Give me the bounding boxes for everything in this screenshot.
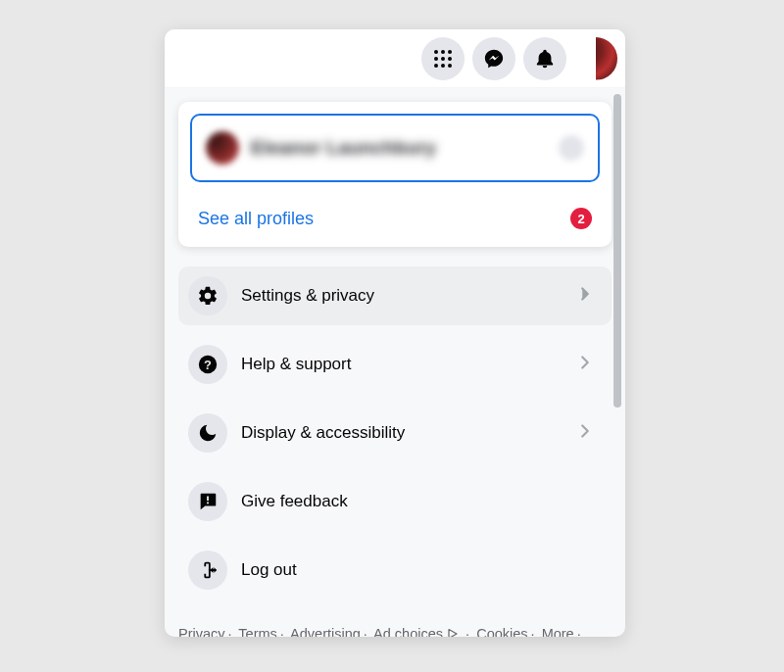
chevron-right-icon bbox=[574, 283, 596, 309]
chevron-right-icon bbox=[574, 352, 596, 377]
svg-point-0 bbox=[434, 50, 438, 54]
menu-help-support[interactable]: ? Help & support bbox=[178, 335, 612, 394]
feedback-icon bbox=[188, 482, 227, 521]
svg-rect-11 bbox=[207, 497, 209, 502]
menu-label: Settings & privacy bbox=[241, 286, 374, 306]
ad-choices-icon bbox=[447, 624, 459, 637]
svg-point-3 bbox=[434, 57, 438, 61]
footer-links: Privacy· Terms· Advertising· Ad choices … bbox=[165, 615, 625, 637]
svg-point-2 bbox=[448, 50, 452, 54]
gear-icon bbox=[188, 276, 227, 315]
footer-more[interactable]: More bbox=[542, 626, 574, 637]
svg-point-1 bbox=[441, 50, 445, 54]
menu-label: Display & accessibility bbox=[241, 423, 405, 443]
see-all-profiles-button[interactable]: See all profiles 2 bbox=[178, 194, 612, 247]
top-header bbox=[165, 29, 625, 88]
menu-label: Give feedback bbox=[241, 492, 348, 511]
svg-point-4 bbox=[441, 57, 445, 61]
chevron-right-icon bbox=[574, 420, 596, 446]
menu-list: Settings & privacy ? Help & support bbox=[178, 266, 612, 605]
menu-settings-privacy[interactable]: Settings & privacy bbox=[178, 266, 612, 325]
footer-privacy[interactable]: Privacy bbox=[178, 626, 225, 637]
logout-icon bbox=[188, 551, 227, 590]
profile-avatar bbox=[206, 131, 239, 165]
account-avatar[interactable] bbox=[574, 37, 617, 80]
moon-icon bbox=[188, 413, 227, 453]
svg-rect-12 bbox=[207, 502, 209, 504]
current-profile-row[interactable]: Eleanor Launchbury bbox=[190, 114, 600, 182]
svg-text:?: ? bbox=[204, 358, 212, 372]
footer-advertising[interactable]: Advertising bbox=[290, 626, 361, 637]
scrollbar[interactable] bbox=[613, 94, 621, 408]
svg-point-8 bbox=[448, 64, 452, 68]
profile-accessory-icon bbox=[559, 135, 584, 161]
see-all-profiles-label: See all profiles bbox=[198, 209, 314, 229]
svg-point-6 bbox=[434, 64, 438, 68]
svg-point-7 bbox=[441, 64, 445, 68]
notifications-bell-icon[interactable] bbox=[523, 37, 566, 80]
svg-point-5 bbox=[448, 57, 452, 61]
menu-label: Help & support bbox=[241, 355, 351, 374]
content-area: Eleanor Launchbury See all profiles 2 Se… bbox=[165, 88, 625, 615]
profile-card: Eleanor Launchbury See all profiles 2 bbox=[178, 102, 612, 247]
messenger-icon[interactable] bbox=[472, 37, 515, 80]
menu-give-feedback[interactable]: Give feedback bbox=[178, 472, 612, 531]
account-menu-popover: Eleanor Launchbury See all profiles 2 Se… bbox=[165, 29, 625, 637]
menu-log-out[interactable]: Log out bbox=[178, 541, 612, 600]
menu-label: Log out bbox=[241, 560, 297, 580]
menu-grid-icon[interactable] bbox=[421, 37, 465, 80]
help-icon: ? bbox=[188, 345, 227, 384]
profiles-badge: 2 bbox=[570, 208, 592, 229]
footer-cookies[interactable]: Cookies bbox=[476, 626, 527, 637]
footer-terms[interactable]: Terms bbox=[238, 626, 276, 637]
footer-ad-choices[interactable]: Ad choices bbox=[373, 626, 463, 637]
menu-display-accessibility[interactable]: Display & accessibility bbox=[178, 404, 612, 462]
profile-name: Eleanor Launchbury bbox=[251, 137, 436, 159]
